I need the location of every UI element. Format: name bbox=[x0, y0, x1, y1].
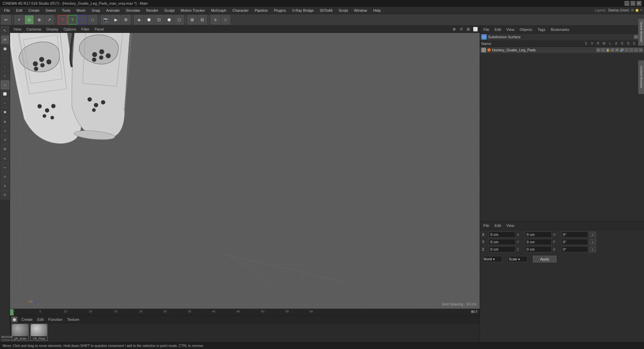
coord-x-btn[interactable]: ↕ bbox=[589, 232, 596, 238]
sky-btn[interactable]: ☆ bbox=[221, 15, 230, 24]
tool-lasso[interactable]: ∼ bbox=[1, 99, 9, 107]
status-arrow-down[interactable]: ↓ bbox=[629, 48, 633, 52]
tool-spline[interactable]: 〜 bbox=[1, 163, 9, 172]
om-view[interactable]: View bbox=[504, 27, 517, 32]
view-subdiv-btn[interactable]: ⬟ bbox=[164, 15, 174, 24]
select-all-btn[interactable]: ⊙ bbox=[24, 15, 34, 24]
coord-x-pos[interactable] bbox=[489, 232, 516, 238]
om-file[interactable]: File bbox=[481, 27, 491, 32]
apply-button[interactable]: Apply bbox=[533, 256, 556, 262]
mat-create[interactable]: Create bbox=[19, 317, 35, 322]
vp-menu-filter[interactable]: Filter bbox=[79, 27, 91, 32]
status-lock[interactable]: 🔒 bbox=[606, 48, 610, 52]
undo-btn[interactable]: ↩ bbox=[1, 15, 11, 24]
menu-file[interactable]: File bbox=[1, 8, 13, 13]
y-axis-btn[interactable]: Y bbox=[68, 15, 77, 24]
coord-x-rot[interactable] bbox=[525, 232, 552, 238]
status-circle[interactable]: ● bbox=[596, 48, 600, 52]
scale-btn[interactable]: ↗ bbox=[45, 15, 54, 24]
menu-sculpt[interactable]: Sculpt bbox=[162, 8, 177, 13]
tool-pen[interactable]: ✏ bbox=[1, 154, 9, 163]
menu-script[interactable]: Script bbox=[336, 8, 351, 13]
vp-menu-options[interactable]: Options bbox=[61, 27, 78, 32]
status-arrow-up[interactable]: ↑ bbox=[625, 48, 629, 52]
menu-edit[interactable]: Edit bbox=[13, 8, 25, 13]
view-wire-btn[interactable]: ⬢ bbox=[144, 15, 154, 24]
tool-move[interactable]: ⊕ bbox=[1, 117, 9, 126]
render-btn[interactable]: ▶ bbox=[111, 15, 120, 24]
menu-mesh[interactable]: Mesh bbox=[74, 8, 88, 13]
world-dropdown[interactable]: World ▾ bbox=[482, 256, 502, 262]
timeline-ruler[interactable]: 0 5 10 15 20 25 30 35 40 45 50 55 60 90 … bbox=[10, 309, 480, 316]
om-tags[interactable]: Tags bbox=[536, 27, 547, 32]
new-object-btn[interactable]: + bbox=[14, 15, 24, 24]
om-bookmarks[interactable]: Bookmarks bbox=[549, 27, 571, 32]
vp-icon-zoom[interactable]: ⊞ bbox=[465, 26, 471, 32]
om-edit[interactable]: Edit bbox=[493, 27, 503, 32]
vp-icon-move[interactable]: ⊕ bbox=[451, 26, 457, 32]
menu-3dtoall[interactable]: 3DToAll bbox=[317, 8, 335, 13]
vp-icon-orbit[interactable]: ↺ bbox=[458, 26, 464, 32]
menu-render[interactable]: Render bbox=[144, 8, 161, 13]
floor-btn[interactable]: ≡ bbox=[211, 15, 220, 24]
tool-model[interactable]: M bbox=[1, 35, 9, 44]
tool-iron[interactable]: S bbox=[1, 182, 9, 190]
coord-p-val[interactable] bbox=[561, 239, 588, 245]
tool-cursor[interactable]: ↖ bbox=[1, 26, 9, 35]
subdivision-surface-row[interactable]: ⬡ Subdivision Surface ✏ ✓ bbox=[480, 34, 644, 40]
layout-icons[interactable]: ⚙ ⭐ ✎ bbox=[631, 8, 643, 12]
mat-function[interactable]: Function bbox=[46, 317, 64, 322]
vp-menu-display[interactable]: Display bbox=[44, 27, 60, 32]
attr-view[interactable]: View bbox=[504, 223, 517, 228]
menu-help[interactable]: Help bbox=[371, 8, 384, 13]
status-eye[interactable]: 👁 bbox=[615, 48, 619, 52]
tool-edge[interactable]: / bbox=[1, 62, 9, 71]
render-settings-btn[interactable]: ⚙ bbox=[121, 15, 130, 24]
menu-vray-bridge[interactable]: V-Ray Bridge bbox=[289, 8, 317, 13]
menu-select[interactable]: Select bbox=[43, 8, 59, 13]
tool-texture[interactable]: ⬤ bbox=[1, 44, 9, 53]
snap-btn[interactable]: ⊞ bbox=[187, 15, 197, 24]
layout-name[interactable]: Startup (User) bbox=[608, 8, 629, 12]
menu-tools[interactable]: Tools bbox=[59, 8, 73, 13]
coord-z-pos[interactable] bbox=[489, 246, 516, 252]
attr-edit[interactable]: Edit bbox=[493, 223, 503, 228]
view-hidden-btn[interactable]: ⊡ bbox=[154, 15, 164, 24]
coord-z-btn[interactable]: ↕ bbox=[589, 246, 596, 252]
vp-menu-view[interactable]: View bbox=[11, 27, 23, 32]
status-tag[interactable]: 🏷 bbox=[610, 48, 614, 52]
render-region-btn[interactable]: 📷 bbox=[101, 15, 110, 24]
tool-bridge[interactable]: ⊓ bbox=[1, 172, 9, 181]
vp-menu-cameras[interactable]: Cameras bbox=[24, 27, 44, 32]
mat-edit[interactable]: Edit bbox=[35, 317, 46, 322]
tool-point[interactable]: · bbox=[1, 53, 9, 62]
tool-poly[interactable]: ⬡ bbox=[1, 71, 9, 80]
close-btn[interactable]: ✕ bbox=[637, 1, 641, 6]
material-vr-plast[interactable]: VR_Plast bbox=[30, 323, 48, 341]
minimize-btn[interactable]: _ bbox=[625, 1, 629, 6]
coord-b-val[interactable] bbox=[561, 246, 588, 252]
coord-h-val[interactable] bbox=[561, 232, 588, 238]
menu-character[interactable]: Character bbox=[230, 8, 251, 13]
menu-window[interactable]: Window bbox=[351, 8, 370, 13]
menu-motion-tracker[interactable]: Motion Tracker bbox=[178, 8, 208, 13]
subdiv-edit-btn[interactable]: ✏ bbox=[634, 35, 638, 39]
tool-rotate[interactable]: ↺ bbox=[1, 136, 9, 144]
mat-texture[interactable]: Texture bbox=[65, 317, 81, 322]
menu-pipeline[interactable]: Pipeline bbox=[252, 8, 270, 13]
tool-live-select[interactable]: ◻ bbox=[1, 81, 9, 89]
coord-y-rot[interactable] bbox=[525, 239, 552, 245]
snap-type-btn[interactable]: ⊟ bbox=[198, 15, 207, 24]
status-link[interactable]: 🔗 bbox=[620, 48, 624, 52]
coord-z-rot[interactable] bbox=[525, 246, 552, 252]
x-axis-btn[interactable]: X bbox=[58, 15, 67, 24]
scale-dropdown[interactable]: Scale ▾ bbox=[507, 256, 528, 262]
maximize-btn[interactable]: □ bbox=[631, 1, 635, 6]
coord-y-pos[interactable] bbox=[489, 239, 516, 245]
content-browser-tab[interactable]: Content Browser bbox=[638, 60, 644, 94]
tool-transform[interactable]: ⊞ bbox=[1, 145, 9, 153]
vp-menu-panel[interactable]: Panel bbox=[93, 27, 106, 32]
view-shading-btn[interactable]: ◈ bbox=[134, 15, 144, 24]
menu-snap[interactable]: Snap bbox=[89, 8, 103, 13]
viewport-canvas[interactable]: Perspective bbox=[10, 33, 480, 309]
